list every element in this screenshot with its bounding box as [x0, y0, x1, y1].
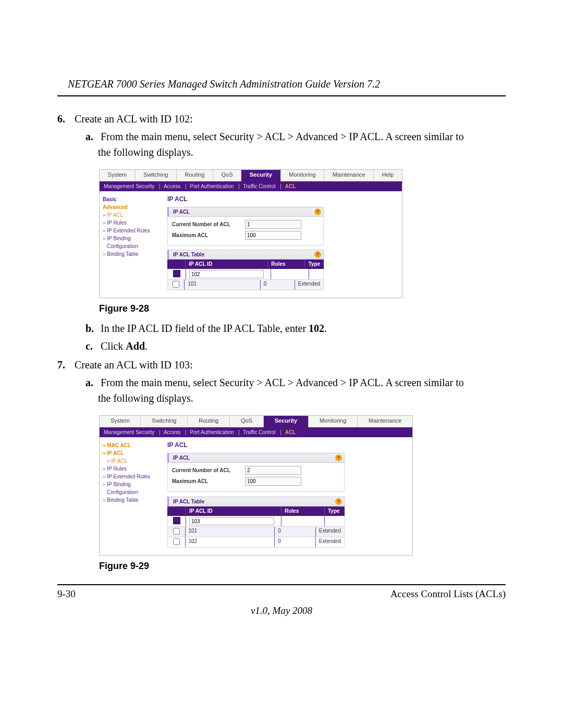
- content-title: IP ACL: [167, 441, 407, 449]
- sidebar-item-ip-rules[interactable]: IP Rules: [107, 220, 127, 226]
- step-6c-letter: c.: [85, 338, 98, 354]
- sidebar-item-ip-acl[interactable]: IP ACL: [111, 458, 127, 464]
- chevron-icon: »: [103, 497, 106, 503]
- subnav-traffic-control[interactable]: Traffic Control: [243, 429, 275, 435]
- subnav-traffic-control[interactable]: Traffic Control: [243, 183, 275, 189]
- top-tabs: System Switching Routing QoS Security Mo…: [100, 416, 412, 427]
- header-divider: [57, 95, 506, 96]
- tab-security[interactable]: Security: [264, 416, 309, 427]
- chevron-icon: »: [103, 228, 106, 233]
- sidebar-advanced[interactable]: Advanced: [103, 203, 161, 211]
- max-acl-value[interactable]: [245, 477, 301, 486]
- selected-checkbox-icon[interactable]: [173, 517, 180, 524]
- tab-routing[interactable]: Routing: [177, 170, 213, 181]
- help-icon[interactable]: ?: [335, 498, 342, 505]
- help-icon[interactable]: ?: [314, 208, 321, 215]
- table-row: 102 0 Extended: [167, 537, 345, 548]
- tab-monitoring[interactable]: Monitoring: [281, 170, 324, 181]
- ip-acl-id-input[interactable]: [189, 270, 264, 278]
- tab-switching[interactable]: Switching: [136, 170, 177, 181]
- tab-system[interactable]: System: [100, 170, 136, 181]
- step-6: 6. Create an ACL with ID 102: a. From th…: [57, 111, 506, 160]
- sidebar-item-configuration[interactable]: Configuration: [103, 242, 161, 250]
- chevron-icon: »: [103, 450, 106, 456]
- tab-maintenance[interactable]: Maintenance: [358, 416, 412, 427]
- subnav-acl[interactable]: ACL: [285, 183, 296, 189]
- col-checkbox: [168, 507, 186, 515]
- row-checkbox[interactable]: [173, 281, 179, 288]
- subnav-access[interactable]: Access: [164, 429, 180, 435]
- subnav-sep: |: [280, 429, 282, 435]
- sidebar-item-ip-binding[interactable]: IP Binding: [107, 482, 130, 487]
- subnav-sep: |: [159, 429, 161, 435]
- subnav-sep: |: [185, 183, 187, 189]
- sidebar-ip-acl-category[interactable]: » IP ACL: [103, 449, 161, 457]
- ip-acl-id-input[interactable]: [189, 517, 274, 525]
- subnav-mgmt-security[interactable]: Management Security: [104, 183, 154, 189]
- step-6a-text-line2: the following displays.: [98, 144, 506, 160]
- subnav-sep: |: [185, 429, 187, 435]
- row-checkbox[interactable]: [173, 528, 180, 535]
- footer-divider: [57, 584, 506, 585]
- sub-nav: Management Security | Access | Port Auth…: [100, 427, 412, 437]
- tab-help[interactable]: Help: [374, 170, 402, 181]
- row-type: Extended: [316, 537, 344, 547]
- sidebar-item-ip-binding[interactable]: IP Binding: [107, 236, 130, 241]
- row-id: 101: [186, 527, 275, 537]
- subnav-access[interactable]: Access: [164, 183, 180, 189]
- panel-ip-acl-table-title: IP ACL Table: [173, 499, 204, 504]
- subnav-mgmt-security[interactable]: Management Security: [104, 429, 154, 435]
- tab-qos[interactable]: QoS: [213, 170, 241, 181]
- panel-ip-acl-title: IP ACL: [173, 455, 190, 461]
- help-icon[interactable]: ?: [314, 251, 321, 258]
- tab-system[interactable]: System: [100, 416, 141, 427]
- selected-checkbox-icon[interactable]: [173, 270, 180, 277]
- step-6b-bold: 102: [309, 323, 324, 334]
- tab-security[interactable]: Security: [241, 170, 281, 181]
- subnav-sep: |: [280, 183, 282, 189]
- max-acl-value[interactable]: [245, 231, 301, 240]
- subnav-port-auth[interactable]: Port Authentication: [190, 429, 234, 435]
- tab-monitoring[interactable]: Monitoring: [309, 416, 358, 427]
- sidebar-item-ip-extended-rules[interactable]: IP Extended Rules: [107, 474, 150, 479]
- step-6c-text-2: .: [145, 340, 148, 352]
- chevron-icon: »: [103, 236, 106, 241]
- subnav-port-auth[interactable]: Port Authentication: [190, 183, 234, 189]
- sidebar-item-ip-acl[interactable]: IP ACL: [107, 212, 123, 218]
- subnav-sep: |: [238, 183, 240, 189]
- chevron-icon: »: [107, 458, 110, 464]
- tab-routing[interactable]: Routing: [188, 416, 230, 427]
- sidebar-item-ip-extended-rules[interactable]: IP Extended Rules: [107, 228, 150, 233]
- sidebar-item-binding-table[interactable]: Binding Table: [107, 251, 138, 257]
- tab-qos[interactable]: QoS: [230, 416, 264, 427]
- col-rules: Rules: [282, 507, 325, 515]
- subnav-acl[interactable]: ACL: [285, 429, 296, 435]
- current-acl-value[interactable]: [245, 466, 301, 475]
- step-6b-letter: b.: [85, 320, 98, 336]
- panel-ip-acl-title: IP ACL: [173, 209, 190, 215]
- current-acl-value[interactable]: [245, 220, 301, 229]
- step-6c-text-1: Click: [101, 340, 126, 352]
- sidebar-mac-acl[interactable]: » MAC ACL: [103, 441, 161, 449]
- panel-ip-acl-table-header: IP ACL Table ?: [167, 497, 345, 507]
- tab-maintenance[interactable]: Maintenance: [324, 170, 374, 181]
- step-7a-letter: a.: [85, 375, 98, 390]
- step-6b-text-2: .: [324, 323, 327, 334]
- sidebar-item-configuration[interactable]: Configuration: [103, 488, 161, 496]
- sidebar-item-binding-table[interactable]: Binding Table: [107, 497, 138, 503]
- row-rules: 0: [275, 537, 315, 547]
- step-7a-text-line1: From the main menu, select Security > AC…: [101, 377, 464, 388]
- version-text: v1.0, May 2008: [57, 605, 506, 616]
- sidebar-basic[interactable]: Basic: [103, 195, 161, 203]
- panel-ip-acl-header: IP ACL ?: [167, 453, 345, 463]
- panel-ip-acl-table-header: IP ACL Table ?: [167, 250, 324, 260]
- row-id: 101: [185, 280, 260, 290]
- tab-switching[interactable]: Switching: [141, 416, 188, 427]
- step-6-number: 6.: [57, 111, 70, 127]
- chevron-icon: »: [103, 466, 106, 472]
- row-checkbox[interactable]: [173, 538, 180, 545]
- help-icon[interactable]: ?: [335, 454, 342, 461]
- current-acl-label: Current Number of ACL: [172, 467, 245, 473]
- chevron-icon: »: [103, 220, 106, 226]
- sidebar-item-ip-rules[interactable]: IP Rules: [107, 466, 127, 472]
